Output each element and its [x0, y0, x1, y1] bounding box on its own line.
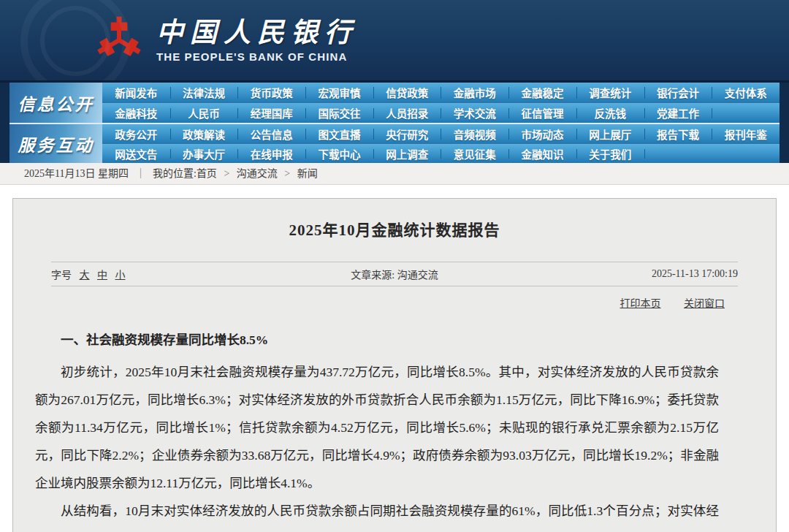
nav-item[interactable]: 国际交往: [305, 103, 373, 123]
nav-item[interactable]: 调查统计: [576, 83, 644, 103]
nav-item-empty: [644, 144, 712, 164]
article-container: 2025年10月金融统计数据报告 字号 大 中 小 文章来源: 沟通交流 202…: [12, 198, 777, 532]
paragraph-2: 从结构看，10月末对实体经济发放的人民币贷款余额占同期社会融资规模存量的61%，…: [35, 497, 754, 532]
font-size-medium-button[interactable]: 中: [97, 270, 107, 281]
nav-item[interactable]: 银行会计: [644, 83, 712, 103]
nav-item[interactable]: 支付体系: [712, 83, 780, 103]
banner-watermark-circle-inner: [40, 6, 110, 76]
close-window-link[interactable]: 关闭窗口: [684, 298, 725, 309]
bank-name-chinese: 中国人民银行: [156, 18, 358, 48]
nav-item[interactable]: 关于我们: [576, 144, 644, 164]
nav-item[interactable]: 音频视频: [441, 124, 508, 144]
nav-item-empty: [712, 144, 780, 164]
nav-section-label[interactable]: 服务互动: [9, 124, 102, 163]
nav-item[interactable]: 政务公开: [102, 124, 170, 144]
nav-item[interactable]: 金融知识: [508, 144, 576, 164]
nav-item[interactable]: 报告下载: [644, 124, 712, 144]
nav-item[interactable]: 信贷政策: [373, 83, 441, 103]
nav-item[interactable]: 网上调查: [373, 144, 441, 164]
print-page-link[interactable]: 打印本页: [620, 298, 661, 309]
breadcrumb-home-link[interactable]: 首页: [197, 168, 217, 179]
breadcrumb: 2025年11月13日 星期四 ｜ 我的位置:首页 > 沟通交流 > 新闻: [0, 163, 789, 185]
font-size-controls: 字号 大 中 小: [51, 267, 126, 281]
nav-item[interactable]: 办事大厅: [170, 144, 238, 164]
nav-item[interactable]: 经理国库: [237, 103, 305, 123]
nav-items-grid: 政务公开政策解读公告信息图文直播央行研究音频视频市场动态网上展厅报告下载报刊年鉴…: [102, 124, 780, 163]
nav-item-empty: [712, 103, 780, 123]
nav-item[interactable]: 意见征集: [441, 144, 508, 164]
font-size-label: 字号: [51, 270, 72, 281]
nav-item[interactable]: 图文直播: [305, 124, 373, 144]
nav-section: 信息公开新闻发布法律法规货币政策宏观审慎信贷政策金融市场金融稳定调查统计银行会计…: [9, 83, 780, 123]
nav-item[interactable]: 反洗钱: [576, 103, 644, 123]
nav-item[interactable]: 金融稳定: [508, 83, 576, 103]
current-date: 2025年11月13日 星期四: [24, 168, 129, 179]
paragraph-1: 初步统计，2025年10月末社会融资规模存量为437.72万亿元，同比增长8.5…: [35, 358, 754, 497]
font-size-large-button[interactable]: 大: [80, 270, 90, 281]
nav-item[interactable]: 市场动态: [508, 124, 576, 144]
nav-items-grid: 新闻发布法律法规货币政策宏观审慎信贷政策金融市场金融稳定调查统计银行会计支付体系…: [102, 83, 780, 123]
font-size-small-button[interactable]: 小: [115, 270, 126, 281]
nav-item[interactable]: 党建工作: [644, 103, 712, 123]
nav-item[interactable]: 货币政策: [237, 83, 305, 103]
nav-item[interactable]: 网送文告: [102, 144, 170, 164]
section-1-heading: 一、社会融资规模存量同比增长8.5%: [35, 332, 754, 348]
nav-item[interactable]: 人员招录: [373, 103, 441, 123]
article-datetime: 2025-11-13 17:00:19: [652, 268, 738, 280]
breadcrumb-page-link[interactable]: 新闻: [297, 168, 318, 179]
article-meta-row: 字号 大 中 小 文章来源: 沟通交流 2025-11-13 17:00:19: [51, 262, 738, 286]
nav-item[interactable]: 下载中心: [305, 144, 373, 164]
site-banner: 中国人民银行 THE PEOPLE'S BANK OF CHINA: [0, 0, 789, 80]
nav-item[interactable]: 报刊年鉴: [712, 124, 780, 144]
article-source: 文章来源: 沟通交流: [351, 267, 438, 281]
nav-item[interactable]: 人民币: [170, 103, 238, 123]
nav-section: 服务互动政务公开政策解读公告信息图文直播央行研究音频视频市场动态网上展厅报告下载…: [9, 123, 780, 163]
nav-item[interactable]: 政策解读: [170, 124, 238, 144]
nav-item[interactable]: 在线申报: [237, 144, 305, 164]
nav-item[interactable]: 公告信息: [237, 124, 305, 144]
nav-item[interactable]: 央行研究: [373, 124, 441, 144]
nav-item[interactable]: 金融科技: [102, 103, 170, 123]
nav-item[interactable]: 宏观审慎: [305, 83, 373, 103]
nav-item[interactable]: 金融市场: [441, 83, 508, 103]
bank-name-english: THE PEOPLE'S BANK OF CHINA: [156, 50, 358, 63]
nav-item[interactable]: 征信管理: [508, 103, 576, 123]
nav-item[interactable]: 新闻发布: [102, 83, 170, 103]
nav-item[interactable]: 法律法规: [170, 83, 238, 103]
article-source-value: 沟通交流: [397, 270, 438, 281]
breadcrumb-separator: >: [284, 168, 290, 179]
breadcrumb-separator: >: [224, 168, 229, 179]
article-source-label: 文章来源:: [351, 270, 394, 281]
nav-item[interactable]: 网上展厅: [576, 124, 644, 144]
nav-section-label[interactable]: 信息公开: [9, 83, 102, 123]
breadcrumb-divider: ｜: [135, 168, 145, 179]
breadcrumb-section-link[interactable]: 沟通交流: [237, 168, 278, 179]
nav-item[interactable]: 学术交流: [441, 103, 508, 123]
article-title: 2025年10月金融统计数据报告: [35, 219, 754, 241]
article-actions: 打印本页 关闭窗口: [35, 295, 725, 310]
location-label: 我的位置:: [153, 168, 197, 179]
nav-table: 信息公开新闻发布法律法规货币政策宏观审慎信贷政策金融市场金融稳定调查统计银行会计…: [0, 80, 789, 163]
